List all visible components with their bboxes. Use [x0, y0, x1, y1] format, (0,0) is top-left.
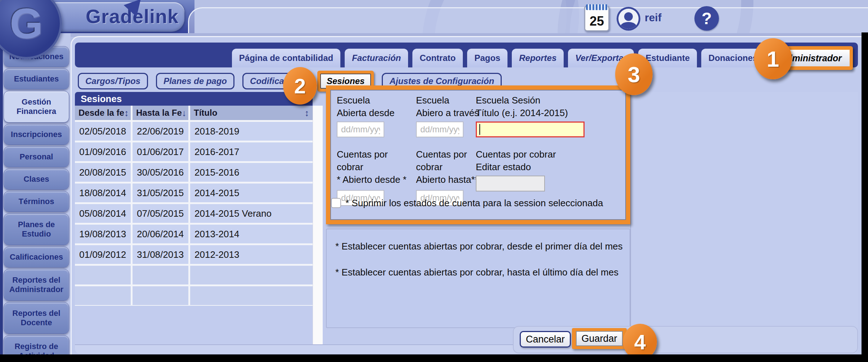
annotation-step-1: 1: [754, 38, 792, 79]
ar-edit-status-input: [476, 176, 545, 191]
tab-facturacion[interactable]: Facturación: [345, 49, 408, 67]
sessions-table: Desde la fe↕ Hasta la Fe↓ Título↕ 02/05/…: [75, 106, 313, 306]
sidebar-item-estudiantes[interactable]: Estudiantes: [4, 69, 69, 89]
sidebar: Notificaciones Estudiantes Gestión Finan…: [0, 33, 71, 362]
school-open-from-label: EscuelaAbierta desde: [337, 94, 394, 119]
school-open-from-input[interactable]: [337, 122, 384, 137]
sidebar-item-gestion-financiera[interactable]: Gestión Financiera: [4, 91, 69, 123]
scrollbar-track[interactable]: [313, 106, 323, 344]
calendar-icon[interactable]: 25: [584, 5, 609, 31]
calendar-day: 25: [585, 14, 608, 29]
ar-open-from-label: Cuentas porcobrar* Abierto desde *: [337, 148, 407, 186]
session-title-input[interactable]: [476, 122, 585, 137]
column-header-titulo[interactable]: Título↕: [190, 106, 313, 120]
sidebar-item-terminos[interactable]: Términos: [4, 191, 69, 212]
text-cursor: [479, 124, 480, 135]
screen-edge-right: [862, 32, 868, 362]
header: Gradelink G 25 reif ?: [0, 0, 868, 33]
table-empty-area: [75, 305, 313, 344]
notes-panel: * Establecer cuentas abiertas por cobrar…: [326, 229, 630, 328]
calendar-binding: [586, 4, 608, 10]
tab-pagos[interactable]: Pagos: [467, 49, 507, 67]
suppress-statements-label: * Suprimir los estados de cuenta para la…: [345, 198, 603, 209]
cancel-button[interactable]: Cancelar: [520, 331, 571, 348]
column-header-desde[interactable]: Desde la fe↕: [75, 106, 131, 120]
school-open-through-label: EscuelaAbiero a través: [416, 94, 479, 119]
sidebar-item-planes-de-estudio[interactable]: Planes de Estudio: [4, 213, 69, 245]
username-label: reif: [645, 12, 662, 24]
save-button[interactable]: Guardar: [576, 331, 623, 346]
screen-edge-bottom: [0, 354, 868, 362]
note-first-day: * Establecer cuentas abiertas por cobrar…: [335, 241, 623, 252]
right-empty-area: [631, 92, 858, 344]
sidebar-item-personal[interactable]: Personal: [4, 146, 69, 167]
session-form-panel: EscuelaAbierta desde EscuelaAbiero a tra…: [326, 85, 630, 224]
tab-reportes[interactable]: Reportes: [512, 49, 564, 67]
sort-both-icon[interactable]: ↕: [305, 108, 309, 118]
annotation-step-3: 3: [615, 53, 653, 95]
sort-desc-icon[interactable]: ↓: [182, 108, 187, 118]
suppress-statements-checkbox[interactable]: [331, 198, 341, 208]
header-light-panel: [188, 7, 868, 33]
sidebar-item-clases[interactable]: Clases: [4, 169, 69, 190]
annotation-step-2: 2: [283, 67, 317, 105]
save-button-highlight: Guardar: [572, 328, 627, 349]
ar-edit-status-label: Cuentas por cobrarEditar estado: [476, 148, 556, 173]
sidebar-item-reportes-docente[interactable]: Reportes del Docente: [4, 302, 69, 334]
ar-open-to-label: Cuentas porcobrarAbierto hasta**: [416, 148, 478, 186]
sidebar-item-reportes-administrador[interactable]: Reportes del Administrador: [4, 269, 69, 301]
school-open-through-input[interactable]: [416, 122, 464, 137]
tab-contrato[interactable]: Contrato: [412, 49, 463, 67]
session-title-label: Escuela SesiónTítulo (e.j. 2014-2015): [476, 94, 568, 119]
user-avatar-icon[interactable]: [617, 7, 640, 31]
sort-both-icon[interactable]: ↕: [124, 108, 129, 118]
sessions-table-title: Sesiones: [75, 92, 313, 106]
help-icon[interactable]: ?: [694, 6, 719, 31]
tab-bar: Página de contabilidad Facturación Contr…: [75, 43, 858, 67]
gradelink-app: Gradelink G 25 reif ? Notificaciones Est…: [0, 0, 868, 362]
sidebar-item-calificaciones[interactable]: Calificaciones: [4, 247, 69, 268]
subtab-cargos-tipos[interactable]: Cargos/Tipos: [78, 73, 148, 89]
sidebar-item-inscripciones[interactable]: Inscripciones: [4, 124, 69, 145]
sidebar-edge: [0, 33, 3, 362]
subtab-planes-de-pago[interactable]: Planes de pago: [156, 73, 234, 89]
column-header-hasta[interactable]: Hasta la Fe↓: [133, 106, 188, 120]
note-last-day: * Establecer cuentas abiertas por cobrar…: [335, 267, 618, 278]
tab-pagina-de-contabilidad[interactable]: Página de contabilidad: [232, 49, 340, 67]
